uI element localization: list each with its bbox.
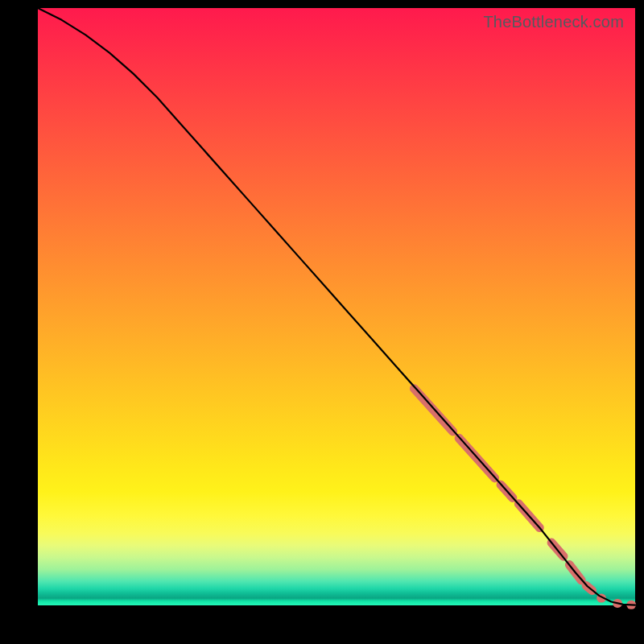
dash-overlay-group — [414, 389, 631, 605]
curve-svg — [38, 8, 635, 605]
dash-segment — [414, 389, 452, 431]
main-curve — [38, 8, 635, 605]
chart-stage: TheBottleneck.com — [0, 0, 644, 644]
plot-area: TheBottleneck.com — [38, 8, 635, 605]
